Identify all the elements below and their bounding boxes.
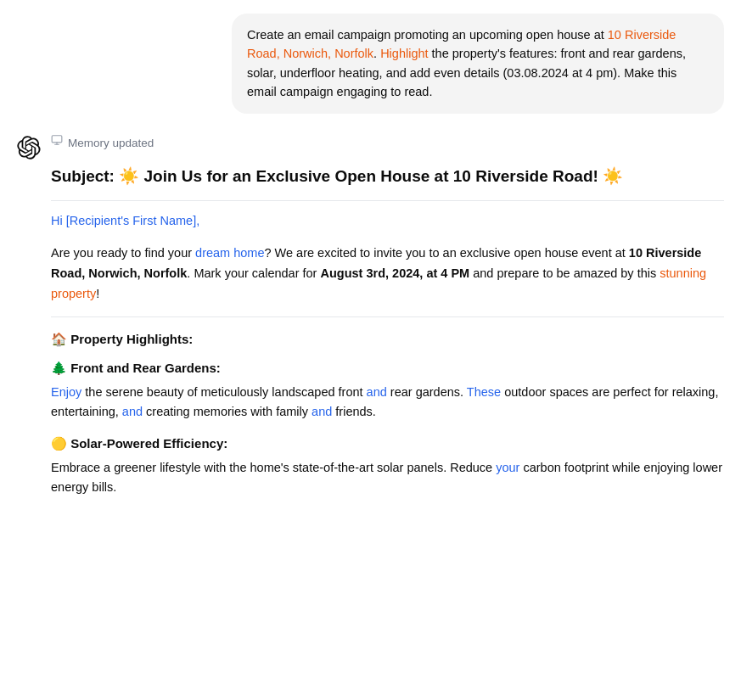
date-bold: August 3rd, 2024, at 4 PM — [320, 266, 469, 280]
highlight-gardens: 🌲 Front and Rear Gardens: Enjoy the sere… — [51, 358, 724, 422]
memory-updated-banner: Memory updated — [51, 134, 724, 153]
user-message-bubble: Create an email campaign promoting an up… — [232, 14, 724, 114]
memory-icon — [51, 134, 63, 152]
these-highlight: These — [467, 385, 501, 399]
address-highlight: 10 Riverside Road, Norwich, Norfolk — [247, 28, 676, 60]
memory-updated-label: Memory updated — [68, 134, 154, 153]
main-container: Create an email campaign promoting an up… — [0, 0, 741, 534]
divider-middle — [51, 316, 724, 317]
subject-text: Join Us for an Exclusive Open House at 1… — [144, 167, 603, 185]
highlights-title: 🏠 Property Highlights: — [51, 329, 724, 350]
dream-home-highlight: dream home — [195, 246, 264, 260]
solar-label: Solar-Powered Efficiency: — [70, 436, 227, 451]
user-message-wrapper: Create an email campaign promoting an up… — [0, 0, 741, 127]
sun-circle-emoji: 🟡 — [51, 436, 70, 451]
subject-prefix: Subject: — [51, 167, 119, 185]
sun-emoji-1: ☀️ — [119, 167, 143, 185]
sun-emoji-2: ☀️ — [603, 167, 623, 185]
gardens-desc: Enjoy the serene beauty of meticulously … — [51, 383, 724, 422]
solar-title: 🟡 Solar-Powered Efficiency: — [51, 434, 724, 455]
divider-top — [51, 200, 724, 201]
greeting: Hi [Recipient's First Name], — [51, 211, 724, 232]
tree-emoji: 🌲 — [51, 361, 70, 375]
solar-desc: Embrace a greener lifestyle with the hom… — [51, 458, 724, 497]
gardens-title: 🌲 Front and Rear Gardens: — [51, 358, 724, 379]
subject-line: Subject: ☀️ Join Us for an Exclusive Ope… — [51, 164, 724, 189]
and1: and — [367, 385, 387, 399]
highlights-label: Property Highlights: — [70, 332, 193, 346]
and3: and — [312, 405, 332, 418]
ai-response-wrapper: Memory updated Subject: ☀️ Join Us for a… — [0, 127, 741, 517]
svg-rect-0 — [52, 136, 62, 143]
your-highlight: your — [496, 461, 519, 474]
and2: and — [122, 405, 143, 418]
ai-content: Memory updated Subject: ☀️ Join Us for a… — [51, 134, 724, 510]
highlight-word: Highlight — [380, 47, 428, 60]
intro-paragraph: Are you ready to find your dream home? W… — [51, 244, 724, 305]
avatar — [17, 136, 41, 160]
house-emoji: 🏠 — [51, 332, 70, 346]
email-body: Hi [Recipient's First Name], Are you rea… — [51, 211, 724, 498]
highlights-section: 🏠 Property Highlights: 🌲 Front and Rear … — [51, 329, 724, 498]
highlight-solar: 🟡 Solar-Powered Efficiency: Embrace a gr… — [51, 434, 724, 497]
gardens-label: Front and Rear Gardens: — [70, 361, 221, 375]
enjoy-highlight: Enjoy — [51, 385, 81, 399]
